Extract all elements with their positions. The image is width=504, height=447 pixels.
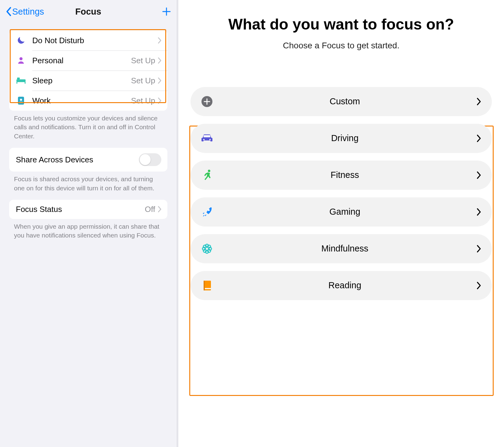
focus-row-personal[interactable]: Personal Set Up: [9, 50, 167, 71]
chevron-right-icon: [158, 206, 162, 213]
share-label: Share Across Devices: [16, 155, 139, 165]
status-value: Off: [145, 205, 155, 214]
flower-icon: [201, 243, 213, 255]
status-label: Focus Status: [16, 205, 145, 214]
svg-point-10: [209, 139, 211, 140]
chevron-right-icon: [477, 245, 481, 253]
focus-row-label: Do Not Disturb: [32, 36, 155, 45]
svg-point-19: [208, 245, 211, 248]
svg-rect-1: [16, 79, 26, 82]
svg-rect-23: [204, 281, 205, 290]
share-across-devices-row[interactable]: Share Across Devices: [9, 148, 167, 172]
svg-point-0: [19, 57, 23, 60]
plus-circle-icon: [201, 95, 213, 108]
focus-pill-reading[interactable]: Reading: [191, 271, 492, 300]
badge-icon: [16, 95, 26, 106]
svg-rect-7: [19, 102, 23, 103]
pill-label: Mindfulness: [213, 244, 477, 254]
focus-row-detail: Set Up: [131, 76, 156, 85]
running-icon: [201, 169, 213, 181]
focus-pill-mindfulness[interactable]: Mindfulness: [191, 234, 492, 263]
pill-label: Driving: [213, 133, 477, 143]
svg-point-13: [208, 209, 210, 211]
focus-settings-pane: Settings Focus Do Not Disturb Personal S…: [0, 0, 177, 447]
chevron-right-icon: [158, 77, 162, 84]
focus-row-detail: Set Up: [131, 96, 156, 106]
pill-label: Gaming: [213, 207, 477, 217]
chevron-right-icon: [158, 37, 162, 44]
focus-modes-group: Do Not Disturb Personal Set Up Sleep Set…: [9, 30, 167, 111]
focus-picker-pane: What do you want to focus on? Choose a F…: [178, 0, 504, 447]
chevron-right-icon: [477, 171, 481, 179]
moon-icon: [16, 35, 26, 46]
focus-row-detail: Set Up: [131, 56, 156, 65]
chevron-right-icon: [477, 208, 481, 216]
chevron-right-icon: [158, 57, 162, 64]
svg-rect-4: [17, 78, 20, 79]
svg-point-21: [208, 249, 211, 252]
chevron-right-icon: [477, 134, 481, 142]
focus-row-label: Work: [32, 96, 131, 106]
pill-label: Fitness: [213, 170, 477, 180]
svg-rect-3: [25, 82, 26, 84]
focus-row-sleep[interactable]: Sleep Set Up: [9, 71, 167, 91]
focus-pill-custom[interactable]: Custom: [191, 87, 492, 116]
car-icon: [201, 132, 213, 144]
focus-pill-fitness[interactable]: Fitness: [191, 161, 492, 190]
focus-pill-driving[interactable]: Driving: [191, 124, 492, 153]
focus-pill-gaming[interactable]: Gaming: [191, 197, 492, 227]
add-focus-button[interactable]: [162, 7, 171, 16]
picker-title: What do you want to focus on?: [191, 16, 492, 33]
focus-status-row[interactable]: Focus Status Off: [9, 200, 167, 219]
pill-label: Reading: [213, 280, 477, 290]
chevron-right-icon: [477, 282, 481, 289]
person-icon: [16, 55, 26, 66]
toggle-knob: [140, 154, 151, 165]
svg-point-20: [203, 249, 206, 252]
book-icon: [201, 279, 213, 292]
chevron-right-icon: [477, 98, 481, 106]
back-button[interactable]: Settings: [5, 7, 44, 17]
pill-label: Custom: [213, 96, 477, 106]
bed-icon: [16, 75, 26, 86]
focus-row-label: Personal: [32, 56, 131, 65]
share-group: Share Across Devices: [9, 148, 167, 172]
svg-point-6: [20, 99, 22, 101]
svg-point-12: [208, 170, 210, 172]
share-toggle[interactable]: [139, 153, 161, 166]
back-label: Settings: [12, 7, 44, 17]
picker-subtitle: Choose a Focus to get started.: [191, 41, 492, 50]
focus-row-label: Sleep: [32, 76, 131, 85]
group-footer: Focus is shared across your devices, and…: [14, 175, 163, 192]
chevron-right-icon: [158, 97, 162, 104]
status-group: Focus Status Off: [9, 200, 167, 219]
group-footer: When you give an app permission, it can …: [14, 222, 163, 240]
navbar: Settings Focus: [0, 0, 177, 23]
svg-rect-11: [204, 135, 210, 137]
focus-row-work[interactable]: Work Set Up: [9, 91, 167, 111]
svg-point-9: [203, 139, 205, 140]
svg-rect-2: [16, 82, 17, 84]
svg-point-18: [203, 245, 206, 248]
rocket-icon: [201, 206, 213, 218]
chevron-left-icon: [5, 7, 12, 16]
focus-pill-list: Custom Driving Fitness: [191, 87, 492, 300]
focus-row-do-not-disturb[interactable]: Do Not Disturb: [9, 30, 167, 50]
group-footer: Focus lets you customize your devices an…: [14, 114, 163, 140]
